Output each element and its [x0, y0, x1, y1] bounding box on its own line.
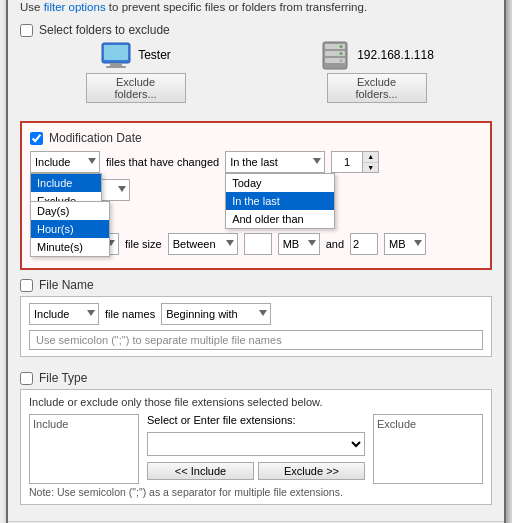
file-type-label: File Type	[39, 371, 87, 385]
inlast-option-older[interactable]: And older than	[226, 210, 334, 228]
file-name-row1: Include Exclude file names Beginning wit…	[29, 303, 483, 325]
dest-server-icon	[319, 41, 351, 69]
mod-date-header: Modification Date	[30, 131, 482, 145]
include-list: Include	[29, 414, 139, 484]
source-computer-icon	[100, 41, 132, 69]
source-name: Tester	[138, 48, 171, 62]
file-names-hint: Use semicolon (";") to separate multiple…	[29, 330, 483, 350]
file-type-header: File Type	[20, 371, 492, 385]
svg-point-12	[340, 45, 343, 48]
filesize-from-input[interactable]	[244, 233, 272, 255]
description-text: Use filter options to prevent specific f…	[20, 1, 492, 13]
number-spinner: ▲ ▼	[331, 151, 379, 173]
unit-dropdown-open: Day(s) Hour(s) Minute(s)	[30, 201, 110, 257]
filesize-mb1-select[interactable]: MB	[278, 233, 320, 255]
file-name-inner: Include Exclude file names Beginning wit…	[20, 296, 492, 357]
spin-up-button[interactable]: ▲	[363, 152, 378, 162]
filter-options-link[interactable]: filter options	[44, 1, 106, 13]
unit-option-hours[interactable]: Hour(s)	[31, 220, 109, 238]
svg-rect-7	[106, 66, 126, 68]
file-type-description: Include or exclude only those file exten…	[29, 396, 483, 408]
file-type-two-col: Include Select or Enter file extensions:…	[29, 414, 483, 484]
spinner-buttons: ▲ ▼	[362, 152, 378, 172]
source-exclude-button[interactable]: Exclude folders...	[86, 73, 186, 103]
inlast-select[interactable]: In the last	[225, 151, 325, 173]
files-changed-label: files that have changed	[106, 156, 219, 168]
mod-date-checkbox[interactable]	[30, 132, 43, 145]
exclude-list: Exclude	[373, 414, 483, 484]
file-name-checkbox[interactable]	[20, 279, 33, 292]
svg-point-13	[340, 52, 343, 55]
dest-icon-label: 192.168.1.118	[319, 41, 434, 69]
file-type-section: File Type Include or exclude only those …	[20, 371, 492, 505]
exclude-button[interactable]: Exclude >>	[258, 462, 365, 480]
dest-name: 192.168.1.118	[357, 48, 434, 62]
number-input[interactable]	[332, 152, 362, 172]
exclude-list-label: Exclude	[377, 418, 416, 430]
file-names-label: file names	[105, 308, 155, 320]
unit-option-minutes[interactable]: Minute(s)	[31, 238, 109, 256]
file-type-note: Note: Use semicolon (";") as a separator…	[29, 486, 483, 498]
inlast-dropdown-wrapper: In the last Today In the last And older …	[225, 151, 325, 173]
spin-down-button[interactable]: ▼	[363, 162, 378, 173]
folders-row: Tester Exclude folders...	[20, 41, 492, 103]
extension-select[interactable]	[147, 432, 365, 456]
svg-point-14	[340, 59, 343, 62]
svg-rect-5	[104, 45, 128, 60]
file-type-checkbox[interactable]	[20, 372, 33, 385]
inlast-option-today[interactable]: Today	[226, 174, 334, 192]
source-icon-label: Tester	[100, 41, 171, 69]
dest-exclude-button[interactable]: Exclude folders...	[327, 73, 427, 103]
file-type-middle: Select or Enter file extensions: << Incl…	[147, 414, 365, 480]
select-folders-checkbox[interactable]	[20, 24, 33, 37]
file-name-header: File Name	[20, 278, 492, 292]
and-label: and	[326, 238, 344, 250]
mod-date-section: Modification Date Include Exclude Includ…	[20, 121, 492, 270]
transfer-buttons: << Include Exclude >>	[147, 462, 365, 480]
unit-option-days[interactable]: Day(s)	[31, 202, 109, 220]
inlast-option-inlast[interactable]: In the last	[226, 192, 334, 210]
include-option-include[interactable]: Include	[31, 174, 101, 192]
mod-date-label: Modification Date	[49, 131, 142, 145]
select-folders-header: Select folders to exclude	[20, 23, 492, 37]
file-type-inner: Include or exclude only those file exten…	[20, 389, 492, 505]
inlast-dropdown-open: Today In the last And older than	[225, 173, 335, 229]
select-folders-section: Select folders to exclude	[20, 23, 492, 107]
include-button[interactable]: << Include	[147, 462, 254, 480]
select-ext-label: Select or Enter file extensions:	[147, 414, 365, 426]
include-select[interactable]: Include Exclude	[30, 151, 100, 173]
file-name-label: File Name	[39, 278, 94, 292]
dialog-body: Use filter options to prevent specific f…	[8, 0, 504, 521]
include-list-label: Include	[33, 418, 68, 430]
filename-match-select[interactable]: Beginning with Ending with Containing Ex…	[161, 303, 271, 325]
include-dropdown-wrapper: Include Exclude Include Exclude	[30, 151, 100, 173]
filesize-label: file size	[125, 238, 162, 250]
dest-folder-box: 192.168.1.118 Exclude folders...	[261, 41, 492, 103]
svg-rect-6	[110, 63, 122, 66]
filesize-type-select[interactable]: Between	[168, 233, 238, 255]
filesize-mb2-select[interactable]: MB	[384, 233, 426, 255]
select-folders-label: Select folders to exclude	[39, 23, 170, 37]
configure-filters-dialog: Configure Filters ✕ Use filter options t…	[6, 0, 506, 523]
mod-date-row1: Include Exclude Include Exclude files th…	[30, 151, 482, 201]
file-name-section: File Name Include Exclude file names Beg…	[20, 278, 492, 357]
source-folder-box: Tester Exclude folders...	[20, 41, 251, 103]
filesize-to-input[interactable]	[350, 233, 378, 255]
filename-include-select[interactable]: Include Exclude	[29, 303, 99, 325]
